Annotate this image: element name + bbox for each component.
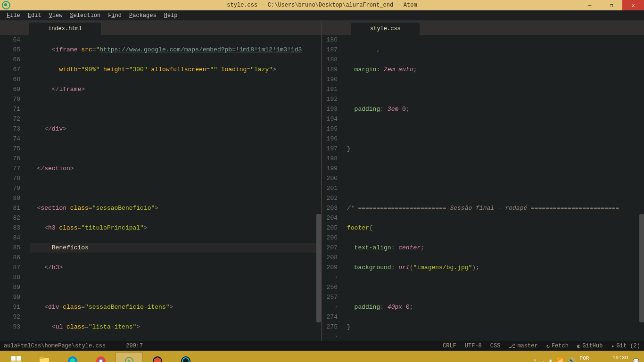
sync-icon: ↻ [546, 343, 550, 350]
github-icon: ◐ [577, 343, 580, 350]
menu-file[interactable]: File [3, 11, 24, 20]
tab-bar-right: style.css [322, 21, 644, 35]
status-fetch[interactable]: ↻ Fetch [546, 343, 569, 350]
language-indicator[interactable]: POR PTB2 [580, 355, 592, 362]
status-cursor-pos[interactable]: 209:7 [126, 343, 143, 349]
status-bar: aulaHtmlCss\homePage\style.css 209:7 CRL… [0, 341, 644, 351]
menu-selection[interactable]: Selection [66, 11, 104, 20]
app1-button[interactable] [144, 352, 171, 362]
status-path[interactable]: aulaHtmlCss\homePage\style.css [4, 343, 106, 349]
svg-point-8 [128, 360, 130, 362]
status-branch[interactable]: ⎇ master [509, 343, 537, 350]
notifications-icon[interactable]: 💬 [633, 358, 639, 362]
maximize-button[interactable]: ❐ [601, 0, 622, 10]
workspace: index.html 64656667686970717273747576777… [0, 21, 644, 341]
file-explorer-button[interactable] [31, 352, 58, 362]
menu-bar: File Edit View Selection Find Packages H… [0, 10, 644, 21]
volume-icon[interactable]: 🔊 [568, 357, 575, 362]
tab-index-html[interactable]: index.html [29, 23, 101, 35]
scrollbar-thumb-right[interactable] [639, 214, 644, 322]
atom-button[interactable] [116, 352, 143, 362]
window-title: style.css — C:\Users\bruno\Desktop\alura… [227, 2, 417, 8]
start-button[interactable] [2, 352, 30, 362]
code-right[interactable]: , margin: 2em auto; padding: 3em 0; } /*… [343, 35, 644, 341]
edge-icon [67, 355, 78, 362]
window-controls: — ❐ ✕ [579, 0, 644, 10]
scrollbar-thumb-left[interactable] [316, 214, 321, 322]
atom-app-icon [124, 355, 135, 362]
onedrive-icon[interactable]: ☁ [541, 357, 545, 362]
system-tray: ⌃ ☁ ▮ 📶 🔊 POR PTB2 19:39 06/02/2022 💬 [533, 354, 642, 362]
svg-rect-1 [40, 357, 44, 359]
editor-right[interactable]: 1861871881891901911921931941951961971981… [322, 35, 644, 341]
circle-c-icon [180, 355, 191, 362]
battery-icon[interactable]: ▮ [549, 357, 553, 362]
menu-packages[interactable]: Packages [125, 11, 160, 20]
wifi-icon[interactable]: 📶 [556, 357, 564, 362]
code-left[interactable]: <iframe src="https://www.google.com/maps… [26, 35, 321, 341]
hex-icon [152, 355, 163, 362]
status-encoding[interactable]: UTF-8 [465, 343, 482, 349]
close-button[interactable]: ✕ [622, 0, 644, 10]
left-pane: index.html 64656667686970717273747576777… [0, 21, 322, 341]
minimize-button[interactable]: — [579, 0, 601, 10]
app2-button[interactable] [172, 352, 199, 362]
status-crlf[interactable]: CRLF [443, 343, 456, 349]
editor-left[interactable]: 6465666768697071727374757677787980818283… [0, 35, 321, 341]
gutter-right: 1861871881891901911921931941951961971981… [322, 35, 343, 341]
right-pane: style.css 186187188189190191192193194195… [322, 21, 644, 341]
title-bar: style.css — C:\Users\bruno\Desktop\alura… [0, 0, 644, 10]
taskbar: ⌃ ☁ ▮ 📶 🔊 POR PTB2 19:39 06/02/2022 💬 [0, 351, 644, 362]
chrome-icon [95, 355, 107, 362]
status-github[interactable]: ◐ GitHub [577, 343, 603, 350]
tab-bar-left: index.html [0, 21, 321, 35]
menu-view[interactable]: View [45, 11, 66, 20]
menu-help[interactable]: Help [160, 11, 182, 20]
menu-find[interactable]: Find [104, 11, 125, 20]
atom-icon [2, 1, 10, 9]
clock[interactable]: 19:39 06/02/2022 [597, 354, 628, 362]
git-icon: ✦ [611, 343, 614, 350]
status-git[interactable]: ✦ Git (2) [611, 343, 640, 350]
folder-icon [39, 355, 50, 362]
edge-button[interactable] [59, 352, 86, 362]
gutter-left: 6465666768697071727374757677787980818283… [0, 35, 26, 341]
tab-style-css[interactable]: style.css [351, 23, 420, 35]
menu-edit[interactable]: Edit [24, 11, 45, 20]
tray-chevron-up-icon[interactable]: ⌃ [533, 358, 537, 362]
status-lang[interactable]: CSS [490, 343, 501, 349]
branch-icon: ⎇ [509, 343, 515, 350]
chrome-button[interactable] [87, 352, 115, 362]
